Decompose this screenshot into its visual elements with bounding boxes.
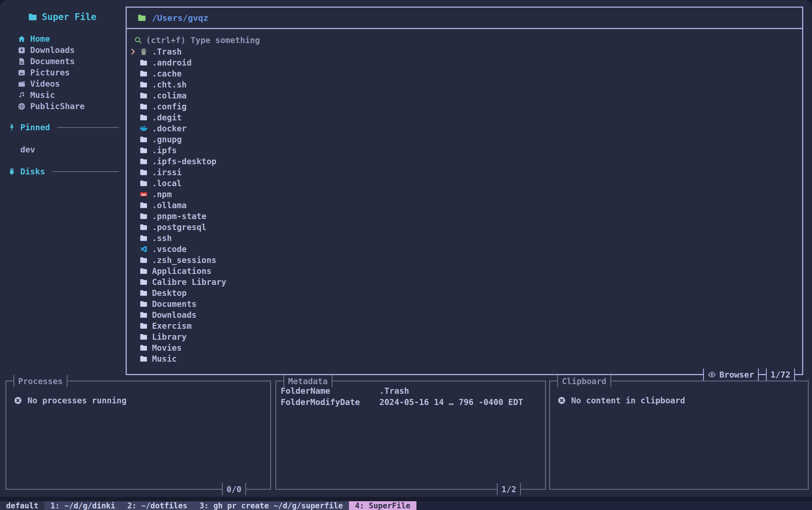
metadata-panel-title: Metadata: [283, 375, 332, 387]
sidebar-item-label: Music: [30, 90, 55, 100]
folder-icon: [139, 58, 148, 67]
tmux-session-name: default: [0, 501, 45, 510]
border-tick: [794, 368, 795, 381]
file-name: .npm: [152, 189, 172, 199]
border-tick: [610, 375, 611, 387]
file-name: .docker: [152, 124, 186, 133]
document-icon: [18, 57, 26, 65]
file-row[interactable]: .ipfs: [127, 145, 802, 156]
file-name: Documents: [152, 299, 197, 309]
sidebar-item-music[interactable]: Music: [18, 89, 124, 101]
border-tick: [520, 483, 521, 495]
file-row[interactable]: Music: [127, 353, 802, 364]
metadata-row: FolderModifyDate 2024-05-16 14 … 796 -04…: [281, 396, 545, 408]
vscode-icon: [139, 245, 148, 253]
file-row[interactable]: .gnupg: [127, 134, 802, 145]
file-row[interactable]: .degit: [127, 112, 802, 123]
file-row[interactable]: .docker: [127, 123, 802, 134]
download-icon: [18, 46, 26, 54]
processes-empty-state: No processes running: [13, 396, 270, 405]
sidebar: Super File Home Downloads Documents Pict…: [0, 0, 124, 177]
folder-icon: [139, 179, 148, 187]
folder-icon: [139, 146, 148, 155]
file-row[interactable]: .Trash: [127, 46, 802, 57]
folder-icon: [139, 168, 148, 177]
file-row[interactable]: .local: [127, 178, 802, 189]
file-row[interactable]: .postgresql: [127, 221, 802, 233]
file-row[interactable]: Downloads: [127, 309, 802, 320]
tmux-status-bar: default 1: ~/d/g/dinki2: ~/dotfiles3: gh…: [0, 501, 812, 510]
sidebar-item-home[interactable]: Home: [18, 33, 124, 44]
file-row[interactable]: .irssi: [127, 167, 802, 178]
pin-icon: [8, 123, 16, 131]
file-row[interactable]: Exercism: [127, 320, 802, 331]
file-name: .local: [152, 179, 182, 188]
sidebar-item-videos[interactable]: Videos: [18, 78, 124, 89]
file-name: .zsh_sessions: [152, 255, 216, 265]
tmux-window[interactable]: 1: ~/d/g/dinki: [45, 501, 121, 510]
sidebar-item-pictures[interactable]: Pictures: [18, 67, 124, 78]
folder-icon: [139, 113, 148, 122]
file-name: .ipfs: [152, 146, 177, 155]
search-bar[interactable]: (ctrl+f) Type something: [134, 34, 802, 46]
file-row[interactable]: Calibre Library: [127, 276, 802, 287]
file-row[interactable]: .vscode: [127, 243, 802, 254]
sidebar-item-label: Documents: [30, 57, 75, 66]
chevron-right-icon: [129, 48, 137, 55]
file-row[interactable]: .ssh: [127, 233, 802, 243]
file-row[interactable]: .cht.sh: [127, 79, 802, 90]
sidebar-item-label: PublicShare: [30, 101, 85, 111]
folder-icon: [139, 300, 148, 308]
file-name: Applications: [152, 266, 211, 276]
sidebar-item-downloads[interactable]: Downloads: [18, 44, 124, 56]
file-row[interactable]: Documents: [127, 298, 802, 309]
sidebar-item-publicshare[interactable]: PublicShare: [18, 101, 124, 112]
file-row[interactable]: .ipfs-desktop: [127, 156, 802, 167]
metadata-panel: Metadata FolderName .Trash FolderModifyD…: [276, 381, 546, 490]
pinned-item-dev[interactable]: dev: [20, 144, 124, 155]
file-row[interactable]: .config: [127, 101, 802, 112]
file-name: Downloads: [152, 310, 197, 320]
file-row[interactable]: .cache: [127, 68, 802, 79]
file-name: .ipfs-desktop: [152, 156, 216, 166]
app-title: Super File: [0, 11, 124, 22]
circle-x-icon: [13, 396, 23, 405]
file-name: .degit: [152, 113, 182, 122]
npm-icon: [139, 190, 148, 199]
file-name: .postgresql: [152, 222, 207, 232]
metadata-value: 2024-05-16 14 … 796 -0400 EDT: [379, 397, 523, 407]
border-segment: [759, 374, 766, 375]
usb-icon: [8, 168, 16, 176]
file-row[interactable]: .zsh_sessions: [127, 254, 802, 265]
file-name: Exercism: [152, 321, 192, 331]
file-row[interactable]: .android: [127, 57, 802, 68]
folder-icon: [139, 201, 148, 209]
processes-panel: Processes No processes running 0/0: [5, 381, 271, 490]
file-row[interactable]: Applications: [127, 265, 802, 276]
trash-icon: [139, 48, 148, 56]
tmux-window[interactable]: 2: ~/dotfiles: [121, 501, 194, 510]
current-path: /Users/gvqz: [152, 13, 208, 23]
file-row[interactable]: Library: [127, 331, 802, 342]
sidebar-item-documents[interactable]: Documents: [18, 56, 124, 67]
app-folder-icon: [28, 12, 37, 22]
file-row[interactable]: .ollama: [127, 200, 802, 211]
home-icon: [18, 35, 26, 43]
folder-icon: [139, 223, 148, 232]
file-position-counter: 1/72: [767, 368, 794, 381]
tmux-window[interactable]: 3: gh pr create ~/d/g/superfile: [194, 501, 349, 510]
metadata-key: FolderName: [281, 386, 379, 396]
file-row[interactable]: .pnpm-state: [127, 211, 802, 221]
folder-icon: [139, 256, 148, 264]
disks-section-header: Disks: [0, 166, 124, 177]
file-row[interactable]: Desktop: [127, 287, 802, 298]
file-row[interactable]: .npm: [127, 189, 802, 200]
tmux-window[interactable]: 4: SuperFile: [349, 501, 416, 510]
sidebar-item-label: Downloads: [30, 45, 75, 55]
pinned-header-label: Pinned: [20, 123, 50, 132]
file-name: .cache: [152, 69, 182, 79]
processes-panel-title: Processes: [13, 375, 67, 387]
file-row[interactable]: .colima: [127, 90, 802, 101]
file-row[interactable]: Movies: [127, 342, 802, 353]
file-name: .ollama: [152, 201, 186, 210]
